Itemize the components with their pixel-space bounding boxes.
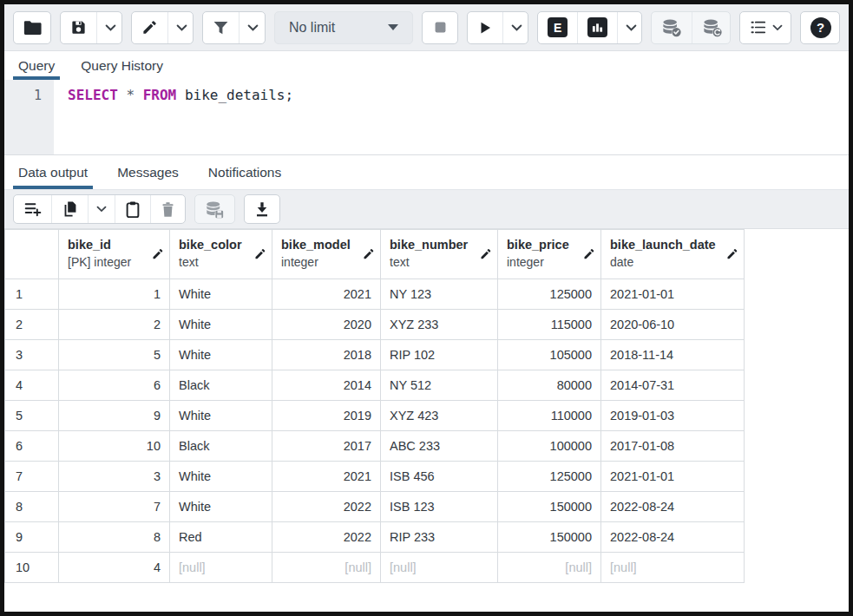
table-cell[interactable]: 2018-11-14: [601, 340, 745, 370]
table-cell[interactable]: 2021-01-01: [601, 279, 745, 310]
table-cell[interactable]: 9: [59, 401, 170, 431]
table-cell[interactable]: 7: [59, 492, 170, 522]
table-cell[interactable]: 100000: [498, 431, 601, 462]
row-number[interactable]: 6: [5, 431, 59, 462]
filter-options-button[interactable]: [239, 12, 265, 43]
tab-query-history[interactable]: Query History: [79, 51, 165, 80]
table-cell[interactable]: 110000: [498, 401, 601, 431]
tab-messages[interactable]: Messages: [115, 155, 180, 189]
table-cell[interactable]: 125000: [498, 462, 601, 492]
table-cell[interactable]: 4: [59, 553, 170, 583]
sql-code-area[interactable]: SELECT * FROM bike_details;: [54, 80, 849, 154]
table-cell[interactable]: 6: [59, 370, 170, 401]
table-cell[interactable]: 2021: [272, 462, 381, 492]
table-cell[interactable]: [null]: [272, 553, 381, 583]
table-cell[interactable]: ISB 123: [381, 492, 498, 522]
row-number-header[interactable]: [5, 230, 59, 279]
copy-button[interactable]: [52, 195, 89, 223]
table-cell[interactable]: 2022: [272, 492, 381, 522]
table-cell[interactable]: 2021-01-01: [601, 462, 745, 492]
explain-analyze-button[interactable]: [578, 12, 618, 43]
column-header-bike_number[interactable]: bike_numbertext: [381, 230, 498, 279]
table-cell[interactable]: [null]: [601, 553, 745, 583]
explain-options-button[interactable]: [618, 12, 642, 43]
table-cell[interactable]: White: [170, 310, 272, 340]
tab-notifications[interactable]: Notifications: [207, 155, 283, 189]
table-cell[interactable]: 125000: [498, 279, 601, 310]
table-cell[interactable]: Black: [170, 431, 272, 462]
row-number[interactable]: 7: [5, 462, 59, 492]
table-cell[interactable]: 105000: [498, 340, 601, 370]
table-cell[interactable]: White: [170, 340, 272, 370]
table-cell[interactable]: White: [170, 462, 272, 492]
table-cell[interactable]: 2022-08-24: [601, 492, 745, 522]
filter-button[interactable]: [203, 12, 239, 43]
delete-row-button[interactable]: [151, 195, 185, 223]
table-cell[interactable]: NY 512: [381, 370, 498, 401]
open-file-button[interactable]: [14, 12, 51, 43]
table-cell[interactable]: ABC 233: [381, 431, 498, 462]
edit-options-button[interactable]: [168, 12, 194, 43]
save-data-changes-button[interactable]: [195, 195, 234, 223]
table-cell[interactable]: 5: [59, 340, 170, 370]
table-cell[interactable]: 3: [59, 462, 170, 492]
table-cell[interactable]: 2022: [272, 522, 381, 553]
copy-options-button[interactable]: [89, 195, 115, 223]
table-cell[interactable]: 2018: [272, 340, 381, 370]
table-cell[interactable]: ISB 456: [381, 462, 498, 492]
table-cell[interactable]: RIP 233: [381, 522, 498, 553]
tab-data-output[interactable]: Data output: [16, 155, 89, 189]
explain-button[interactable]: E: [538, 12, 578, 43]
column-header-bike_model[interactable]: bike_modelinteger: [272, 230, 381, 279]
row-number[interactable]: 10: [5, 553, 59, 583]
row-number[interactable]: 5: [5, 401, 59, 431]
table-cell[interactable]: XYZ 423: [381, 401, 498, 431]
column-header-bike_price[interactable]: bike_priceinteger: [498, 230, 601, 279]
table-cell[interactable]: Black: [170, 370, 272, 401]
help-button[interactable]: ?: [801, 12, 840, 43]
table-cell[interactable]: 150000: [498, 522, 601, 553]
table-cell[interactable]: 2019: [272, 401, 381, 431]
table-cell[interactable]: 2017: [272, 431, 381, 462]
table-cell[interactable]: 150000: [498, 492, 601, 522]
table-cell[interactable]: NY 123: [381, 279, 498, 310]
table-cell[interactable]: 2014: [272, 370, 381, 401]
table-cell[interactable]: 2019-01-03: [601, 401, 745, 431]
execute-button[interactable]: [468, 12, 503, 43]
table-cell[interactable]: 1: [59, 279, 170, 310]
column-header-bike_launch_date[interactable]: bike_launch_datedate: [601, 230, 745, 279]
row-number[interactable]: 2: [5, 310, 59, 340]
row-number[interactable]: 3: [5, 340, 59, 370]
table-cell[interactable]: 8: [59, 522, 170, 553]
row-number[interactable]: 9: [5, 522, 59, 553]
table-cell[interactable]: XYZ 233: [381, 310, 498, 340]
row-number[interactable]: 8: [5, 492, 59, 522]
execute-options-button[interactable]: [503, 12, 529, 43]
column-header-bike_color[interactable]: bike_colortext: [170, 230, 272, 279]
edit-query-button[interactable]: [132, 12, 168, 43]
row-number[interactable]: 4: [5, 370, 59, 401]
add-row-button[interactable]: [14, 195, 52, 223]
table-cell[interactable]: 2017-01-08: [601, 431, 745, 462]
paste-button[interactable]: [115, 195, 151, 223]
tab-query[interactable]: Query: [16, 51, 56, 80]
table-cell[interactable]: [null]: [498, 553, 601, 583]
table-cell[interactable]: [null]: [170, 553, 272, 583]
row-limit-select[interactable]: No limit: [274, 11, 413, 44]
table-cell[interactable]: White: [170, 492, 272, 522]
download-button[interactable]: [245, 195, 279, 223]
table-cell[interactable]: 2022-08-24: [601, 522, 745, 553]
table-cell[interactable]: 2020: [272, 310, 381, 340]
table-cell[interactable]: Red: [170, 522, 272, 553]
table-cell[interactable]: White: [170, 401, 272, 431]
table-cell[interactable]: 80000: [498, 370, 601, 401]
save-file-button[interactable]: [61, 12, 97, 43]
table-cell[interactable]: White: [170, 279, 272, 310]
column-header-bike_id[interactable]: bike_id[PK] integer: [59, 230, 170, 279]
table-cell[interactable]: 2: [59, 310, 170, 340]
save-options-button[interactable]: [97, 12, 122, 43]
table-cell[interactable]: 2020-06-10: [601, 310, 745, 340]
macros-button[interactable]: [740, 12, 791, 43]
table-cell[interactable]: 115000: [498, 310, 601, 340]
table-cell[interactable]: 10: [59, 431, 170, 462]
